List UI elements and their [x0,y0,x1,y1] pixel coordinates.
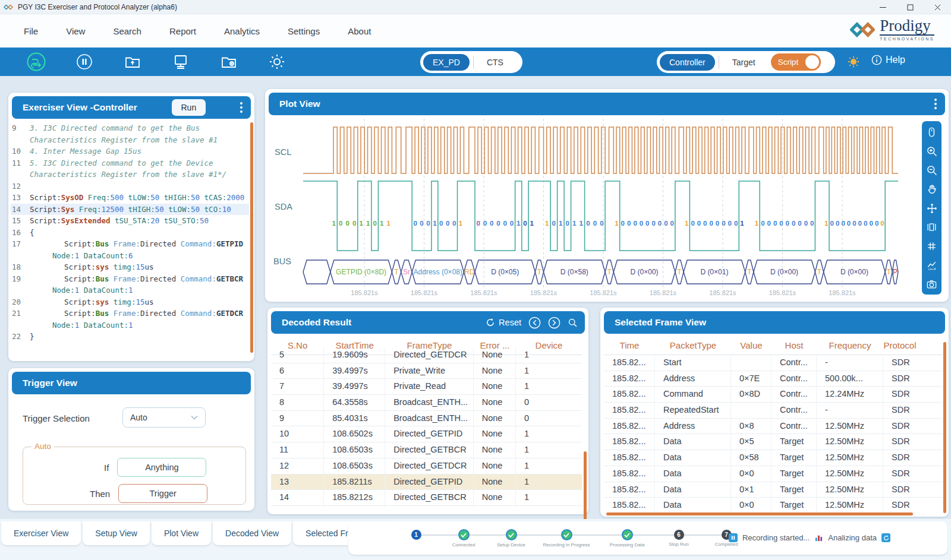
script-run-icon[interactable] [26,52,46,72]
code-line[interactable]: Node:1 DataCount:1 [11,284,249,296]
waveform-plot[interactable]: 185.821s185.821s185.821s185.821s185.821s… [302,119,903,299]
theme-sun-icon[interactable] [847,55,860,71]
code-line[interactable]: 20Script:sys timg:15us [11,296,249,308]
hand-pan-icon[interactable] [925,183,938,195]
run-button[interactable]: Run [172,99,206,116]
bottom-tab-setup-view[interactable]: Setup View [83,521,150,545]
prev-frame-button[interactable] [528,317,541,329]
code-line[interactable]: 12 [11,181,249,192]
table-row[interactable]: 739.4997sPrivate_ReadNone1 [271,379,582,395]
camera-icon[interactable] [925,278,938,290]
code-line[interactable]: 16{ [11,227,249,239]
selected-frame-vscrollbar[interactable] [943,342,946,513]
mode-option-ex_pd[interactable]: EX_PD [423,54,470,71]
table-row[interactable]: 185.82...Data0×0Target12.50MHzSDR [604,466,942,482]
selected-frame-hscrollbar[interactable] [606,512,913,515]
table-row[interactable]: 185.82...Data0×0Target12.50MHzSDR [604,498,942,513]
mode-option-cts[interactable]: CTS [477,54,513,71]
column-header[interactable]: Time [604,337,655,355]
table-row[interactable]: 185.82...Data0×1Target12.50MHzSDR [604,482,942,498]
then-action-button[interactable]: Trigger [118,484,207,503]
mouse-icon[interactable] [925,126,938,138]
table-row[interactable]: 519.9609sDirected_GETDCRNone1 [271,347,582,363]
trigger-selection-select[interactable]: Auto [122,407,206,428]
zoom-out-icon[interactable] [925,164,938,176]
bottom-tab-decoded-view[interactable]: Decoded View [213,521,291,545]
search-icon[interactable] [568,318,578,328]
menu-item-file[interactable]: File [24,21,38,41]
table-cell: 0×8D [731,387,771,402]
code-line[interactable]: Characteristics Register from the slave … [11,134,249,146]
column-header[interactable]: Host [771,337,817,355]
code-line[interactable]: Node:1 DataCount:1 [11,319,249,331]
bottom-tab-plot-view[interactable]: Plot View [152,521,211,545]
next-frame-button[interactable] [548,317,560,329]
table-row[interactable]: 185.82...StartContr...-SDR [604,355,942,371]
table-row[interactable]: 13185.8211sDirected_GETPIDNone1 [271,474,582,491]
column-header[interactable]: PacketType [655,337,731,355]
panels-icon[interactable] [925,221,938,233]
script-toggle-knob[interactable] [805,55,819,69]
code-line[interactable]: 21Script:Bus Frame:Directed Command:GETD… [11,308,249,319]
role-option-controller[interactable]: Controller [660,54,715,71]
if-condition-button[interactable]: Anything [117,458,206,477]
code-line[interactable]: 18Script:sys timg:15us [11,261,249,273]
code-line[interactable]: 14Script:Sys Freq:12500 tHIGH:50 tLOW:50… [11,204,249,216]
code-line[interactable]: 104. Inter Message Gap 15us [11,145,249,157]
script-editor[interactable]: 93. I3C Directed command to get the BusC… [11,122,249,356]
table-row[interactable]: 185.82...RepeatedStartContr...-SDR [604,403,942,419]
code-line[interactable]: Node:1 DataCount:6 [11,250,249,262]
code-line[interactable]: 115. I3C Directed command to get the Dev… [11,157,249,169]
device-monitor-icon[interactable] [171,52,191,72]
column-header[interactable]: Protocol [883,337,917,355]
help-button[interactable]: Help [871,55,905,65]
role-option-target[interactable]: Target [723,54,765,71]
reset-button[interactable]: Reset [486,318,521,327]
exerciser-menu-icon[interactable] [240,102,243,113]
menu-item-view[interactable]: View [66,21,85,41]
code-line[interactable]: 13Script:SysOD Freq:500 tLOW:50 tHIGH:50… [11,192,249,204]
script-toggle[interactable]: Script [771,53,821,71]
minimize-icon[interactable] [869,0,896,14]
code-line[interactable]: 17Script:Bus Frame:Directed Command:GETP… [11,238,249,250]
folder-upload-icon[interactable] [122,52,143,72]
menu-item-report[interactable]: Report [169,21,196,41]
zoom-in-icon[interactable] [925,145,938,157]
table-row[interactable]: 864.3558sBroadcast_ENTH...None0 [271,395,582,411]
code-line[interactable]: 22} [11,331,249,343]
table-row[interactable]: 185.82...Data0×58Target12.50MHzSDR [604,450,942,466]
code-line[interactable]: 19Script:Bus Frame:Directed Command:GETB… [11,273,249,285]
folder-pin-icon[interactable] [219,52,239,72]
table-row[interactable]: 185.82...Address0×8Contr...12.50MHzSDR [604,419,942,435]
menu-item-analytics[interactable]: Analytics [224,21,260,41]
bottom-tab-exerciser-view[interactable]: Exerciser View [1,521,81,545]
menu-item-settings[interactable]: Settings [288,21,320,41]
trend-icon[interactable] [925,259,938,271]
grid-icon[interactable] [925,240,938,252]
table-row[interactable]: 185.82...Address0×7EContr...500.00k...SD… [604,371,942,387]
sda-bit: 0 [640,220,643,227]
table-row[interactable]: 985.4031sBroadcast_ENTH...None0 [271,411,582,427]
code-line[interactable]: 15Script:SysExtended tSU_STA:20 tSU_STO:… [11,215,249,227]
table-row[interactable]: 15185.8212sDirected_GETDCRNone1 [271,506,582,508]
maximize-icon[interactable] [896,0,924,14]
close-icon[interactable] [924,0,951,14]
table-row[interactable]: 185.82...Command0×8DContr...12.24MHzSDR [604,387,942,403]
table-row[interactable]: 639.4997sPrivate_WriteNone1 [271,363,582,379]
plot-menu-icon[interactable] [934,99,937,109]
column-header[interactable]: Frequency [817,337,883,355]
settings-gear-icon[interactable] [267,52,287,72]
menu-item-about[interactable]: About [348,21,371,41]
move-icon[interactable] [925,202,938,214]
table-row[interactable]: 11108.6503sDirected_GETBCRNone1 [271,442,582,458]
menu-item-search[interactable]: Search [113,21,141,41]
column-header[interactable]: Value [731,337,771,355]
code-line[interactable]: 93. I3C Directed command to get the Bus [11,122,249,134]
table-row[interactable]: 185.82...Data0×5Target12.50MHzSDR [604,434,942,450]
code-line[interactable]: Characteristics Register from the slave … [11,169,249,181]
table-row[interactable]: 12108.6503sDirected_GETDCRNone1 [271,458,582,474]
editor-scrollbar[interactable] [250,122,253,353]
table-row[interactable]: 10108.6502sDirected_GETPIDNone1 [271,426,582,442]
table-row[interactable]: 14185.8212sDirected_GETBCRNone1 [271,490,582,506]
pause-icon[interactable] [74,52,95,72]
